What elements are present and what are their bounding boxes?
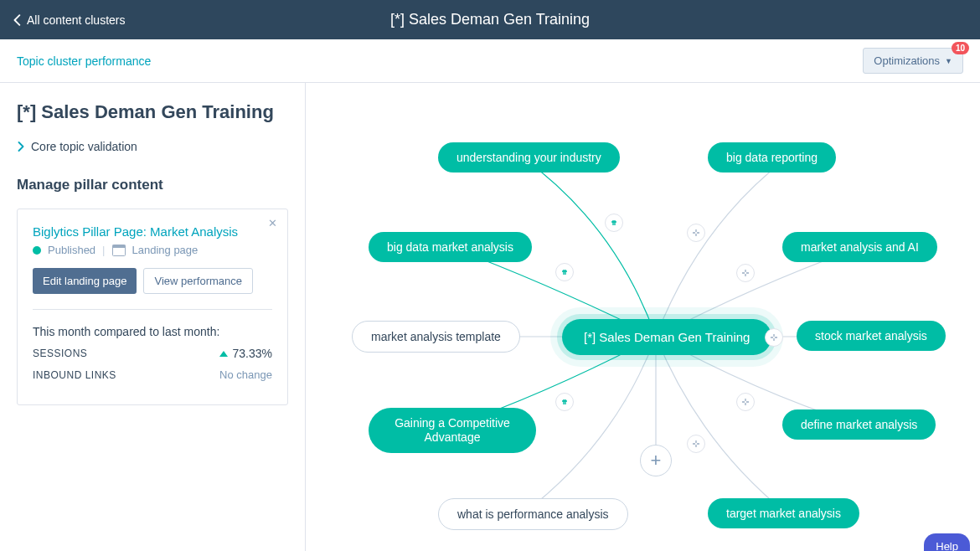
- broken-link-icon[interactable]: [736, 264, 755, 282]
- broken-link-icon[interactable]: [687, 435, 705, 453]
- node-performance-analysis[interactable]: what is performance analysis: [438, 498, 628, 530]
- link-icon[interactable]: [555, 263, 574, 281]
- compare-label: This month compared to last month:: [33, 325, 272, 338]
- inbound-label: INBOUND LINKS: [33, 369, 116, 381]
- back-label: All content clusters: [27, 13, 126, 27]
- node-understanding-industry[interactable]: understanding your industry: [438, 142, 620, 173]
- optimizations-dropdown[interactable]: Optimizations ▼ 10: [863, 48, 963, 74]
- page-title: [*] Sales Deman Gen Training: [17, 101, 288, 123]
- node-define-market-analysis[interactable]: define market analysis: [782, 409, 936, 440]
- edit-landing-page-button[interactable]: Edit landing page: [33, 268, 137, 294]
- triangle-up-icon: [219, 351, 228, 357]
- page-header-title: [*] Sales Deman Gen Training: [390, 11, 590, 28]
- link-icon[interactable]: [555, 393, 574, 411]
- optimizations-badge: 10: [952, 42, 969, 54]
- caret-down-icon: ▼: [945, 57, 952, 65]
- inbound-stat-row: INBOUND LINKS No change: [33, 368, 272, 381]
- type-label: Landing page: [132, 244, 199, 256]
- sessions-label: SESSIONS: [33, 348, 87, 359]
- node-stock-market-analysis[interactable]: stock market analysis: [797, 321, 946, 351]
- connector-lines: [306, 83, 980, 551]
- node-market-analysis-template[interactable]: market analysis template: [352, 321, 520, 353]
- inbound-value: No change: [219, 368, 272, 381]
- view-performance-button[interactable]: View performance: [143, 268, 253, 294]
- sessions-stat-row: SESSIONS 73.33%: [33, 347, 272, 360]
- pillar-card: ✕ Biglytics Pillar Page: Market Analysis…: [17, 209, 288, 405]
- node-gaining-competitive-advantage[interactable]: Gaining a Competitive Advantage: [369, 408, 536, 453]
- landing-page-icon: [112, 245, 126, 256]
- node-big-data-reporting[interactable]: big data reporting: [708, 142, 836, 173]
- sub-bar: Topic cluster performance Optimizations …: [0, 39, 980, 83]
- broken-link-icon[interactable]: [765, 328, 783, 347]
- broken-link-icon[interactable]: [687, 224, 705, 242]
- node-target-market-analysis[interactable]: target market analysis: [708, 498, 859, 528]
- pillar-page-link[interactable]: Biglytics Pillar Page: Market Analysis: [33, 224, 272, 239]
- content-area: [*] Sales Deman Gen Training Core topic …: [0, 83, 980, 551]
- validation-label: Core topic validation: [31, 140, 137, 153]
- link-icon[interactable]: [605, 214, 623, 232]
- chevron-right-icon: [17, 142, 24, 152]
- manage-pillar-heading: Manage pillar content: [17, 177, 288, 193]
- sidebar: [*] Sales Deman Gen Training Core topic …: [0, 83, 306, 551]
- meta-divider: |: [102, 244, 105, 256]
- node-big-data-market-analysis[interactable]: big data market analysis: [369, 232, 532, 262]
- close-icon[interactable]: ✕: [268, 218, 277, 229]
- chevron-left-icon: [13, 14, 22, 26]
- status-label: Published: [48, 244, 95, 256]
- sessions-value: 73.33%: [233, 347, 272, 360]
- topic-cluster-performance-link[interactable]: Topic cluster performance: [17, 54, 151, 68]
- svg-rect-1: [112, 245, 125, 248]
- card-button-row: Edit landing page View performance: [33, 268, 272, 294]
- broken-link-icon[interactable]: [736, 393, 755, 411]
- add-node-button[interactable]: +: [640, 445, 672, 476]
- top-bar: All content clusters [*] Sales Deman Gen…: [0, 0, 980, 39]
- back-link[interactable]: All content clusters: [13, 13, 126, 27]
- node-market-analysis-ai[interactable]: market analysis and AI: [782, 232, 937, 262]
- cluster-canvas[interactable]: [*] Sales Deman Gen Training understandi…: [306, 83, 980, 551]
- center-node[interactable]: [*] Sales Deman Gen Training: [562, 319, 771, 355]
- core-topic-validation-toggle[interactable]: Core topic validation: [17, 140, 288, 153]
- optimizations-label: Optimizations: [874, 54, 940, 67]
- card-separator: [33, 309, 272, 310]
- help-button[interactable]: Help: [924, 533, 970, 551]
- pillar-meta-row: Published | Landing page: [33, 244, 272, 256]
- status-dot-icon: [33, 246, 41, 255]
